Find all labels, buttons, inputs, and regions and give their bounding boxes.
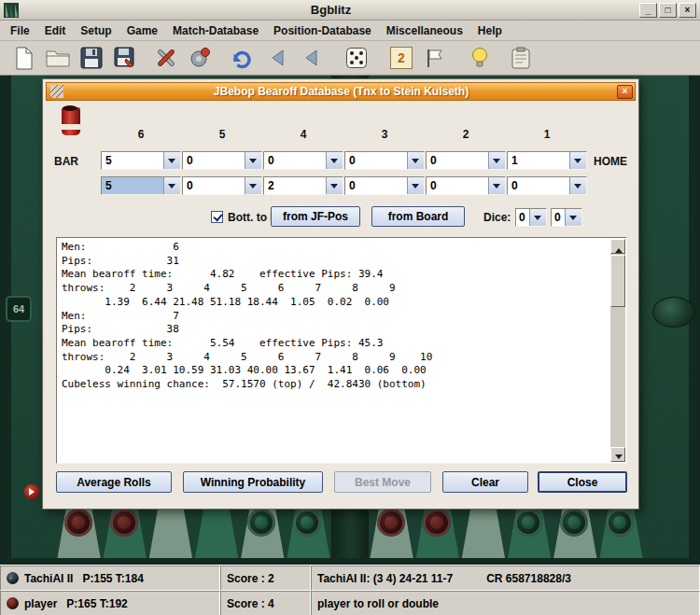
- top-combo-1[interactable]: 1: [507, 151, 587, 170]
- menu-miscellaneous[interactable]: Miscellaneous: [379, 21, 470, 41]
- chevron-down-icon[interactable]: [569, 177, 586, 194]
- turn-marker-icon[interactable]: [24, 484, 39, 499]
- chevron-down-icon[interactable]: [407, 177, 424, 194]
- checker: [64, 509, 92, 537]
- panel-2-button[interactable]: 2: [390, 47, 413, 69]
- menu-file[interactable]: File: [3, 21, 37, 41]
- move-info-text: TachiAI II: (3 4) 24-21 11-7: [317, 572, 453, 585]
- average-rolls-button[interactable]: Average Rolls: [56, 471, 172, 493]
- chevron-down-icon[interactable]: [326, 177, 343, 194]
- chevron-down-icon[interactable]: [569, 152, 586, 169]
- bottom-combo-3[interactable]: 0: [344, 176, 425, 195]
- new-button[interactable]: [7, 44, 41, 72]
- checker: [606, 509, 634, 537]
- undo-button[interactable]: [224, 44, 258, 72]
- rewind-button[interactable]: [295, 44, 329, 72]
- bottom-combo-6[interactable]: 5: [101, 176, 181, 195]
- save-as-icon: [114, 47, 136, 69]
- top-combo-5[interactable]: 0: [182, 151, 262, 170]
- menu-bar: File Edit Setup Game Match-Database Posi…: [0, 21, 700, 41]
- step-back-button[interactable]: [261, 44, 295, 72]
- window-title: Bgblitz: [22, 3, 639, 17]
- from-jf-pos-button[interactable]: from JF-Pos: [271, 206, 360, 227]
- menu-edit[interactable]: Edit: [37, 21, 74, 41]
- menu-setup[interactable]: Setup: [73, 21, 119, 41]
- bottom-to-move-checkbox[interactable]: [211, 211, 223, 223]
- best-move-button: Best Move: [334, 471, 431, 493]
- chevron-down-icon[interactable]: [163, 177, 180, 194]
- bottom-combo-1[interactable]: 0: [507, 176, 587, 195]
- chevron-down-icon[interactable]: [488, 152, 505, 169]
- chevron-down-icon[interactable]: [407, 152, 424, 169]
- top-combo-4[interactable]: 0: [263, 151, 343, 170]
- menu-help[interactable]: Help: [470, 21, 510, 41]
- chevron-down-icon[interactable]: [245, 177, 261, 194]
- top-combo-2[interactable]: 0: [426, 151, 506, 170]
- chevron-down-icon[interactable]: [529, 209, 546, 226]
- hint-button[interactable]: [463, 44, 497, 72]
- column-label-2: 2: [426, 128, 506, 141]
- minimize-button[interactable]: _: [639, 3, 657, 18]
- combo-value: 0: [552, 209, 565, 226]
- checker: [293, 509, 321, 537]
- dice-combo-2[interactable]: 0: [551, 208, 582, 227]
- chevron-down-icon[interactable]: [163, 152, 180, 169]
- chevron-down-icon[interactable]: [326, 152, 343, 169]
- close-dialog-button[interactable]: Close: [538, 471, 627, 493]
- settings-button[interactable]: [183, 44, 217, 72]
- scroll-up-button[interactable]: [610, 239, 625, 254]
- status-move-info-cell: TachiAI II: (3 4) 24-21 11-7 CR 65871882…: [311, 566, 700, 591]
- open-button[interactable]: [41, 44, 75, 72]
- results-text: Men: 6 Pips: 31 Mean bearoff time: 4.82 …: [57, 238, 609, 463]
- chevron-down-icon[interactable]: [565, 209, 581, 226]
- menu-position-database[interactable]: Position-Database: [266, 21, 379, 41]
- status-turn-cell: player to roll or double: [311, 591, 700, 615]
- winning-probability-button[interactable]: Winning Probability: [183, 471, 323, 493]
- combo-value: 5: [102, 152, 163, 169]
- chevron-down-icon[interactable]: [488, 177, 505, 194]
- top-combo-3[interactable]: 0: [344, 151, 425, 170]
- save-button[interactable]: [75, 44, 108, 72]
- notes-button[interactable]: [504, 44, 538, 72]
- menu-match-database[interactable]: Match-Database: [165, 21, 266, 41]
- checker: [560, 509, 588, 537]
- maximize-button[interactable]: □: [659, 3, 677, 18]
- combo-value: 0: [345, 152, 407, 169]
- turn-text: player to roll or double: [317, 597, 439, 610]
- annotation-button[interactable]: [418, 44, 452, 72]
- clipboard-icon: [511, 47, 531, 70]
- dice-combo-1[interactable]: 0: [515, 208, 547, 227]
- lightbulb-icon: [469, 47, 490, 69]
- results-text-area[interactable]: Men: 6 Pips: 31 Mean bearoff time: 4.82 …: [56, 237, 627, 464]
- save-as-button[interactable]: [108, 44, 142, 72]
- doubling-cube[interactable]: 64: [6, 296, 32, 322]
- vertical-scrollbar[interactable]: [610, 239, 625, 462]
- bottom-combo-2[interactable]: 0: [426, 176, 506, 195]
- scrollbar-thumb[interactable]: [610, 255, 625, 307]
- player2-name: player: [24, 597, 57, 610]
- dialog-close-button[interactable]: ×: [617, 85, 633, 99]
- clear-button[interactable]: Clear: [442, 471, 528, 493]
- chevron-down-icon[interactable]: [245, 152, 261, 169]
- bar-label: BAR: [54, 155, 78, 168]
- checker: [247, 509, 275, 537]
- dice-label: Dice:: [483, 211, 511, 224]
- settings-gear-icon: [188, 46, 212, 70]
- title-bar[interactable]: Bgblitz _ □ ×: [0, 0, 700, 21]
- cr-text: CR 658718828/3: [486, 572, 571, 585]
- bottom-combo-5[interactable]: 0: [182, 176, 262, 195]
- top-combo-6[interactable]: 5: [101, 151, 181, 170]
- menu-game[interactable]: Game: [119, 21, 165, 41]
- checker: [423, 509, 451, 537]
- player1-name: TachiAI II: [24, 572, 73, 585]
- close-button[interactable]: ×: [679, 3, 696, 18]
- column-label-3: 3: [344, 128, 425, 141]
- tools-button[interactable]: [149, 44, 183, 72]
- dialog-title-bar[interactable]: JBebop Bearoff Database (Tnx to Stein Ku…: [46, 82, 636, 101]
- from-board-button[interactable]: from Board: [371, 206, 465, 227]
- scroll-down-button[interactable]: [610, 447, 625, 462]
- combo-value: 0: [345, 177, 407, 194]
- bottom-combo-4[interactable]: 2: [263, 176, 343, 195]
- roll-dice-button[interactable]: [340, 44, 373, 72]
- column-label-6: 6: [101, 128, 181, 141]
